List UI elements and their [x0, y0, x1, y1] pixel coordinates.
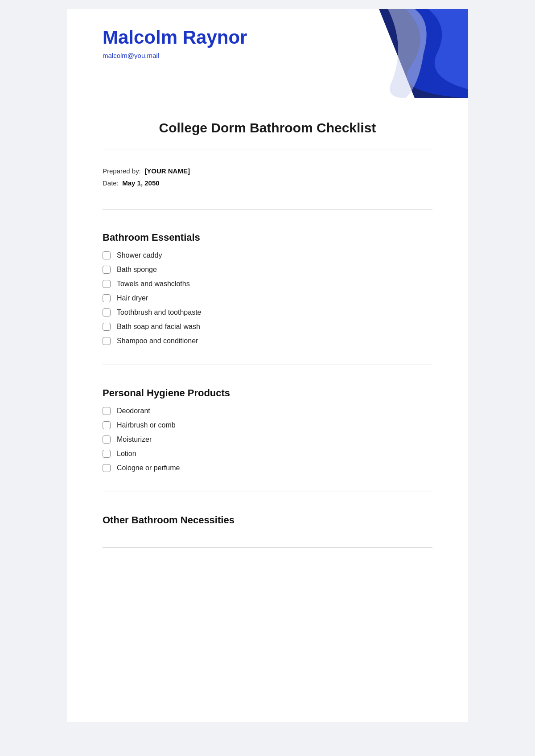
list-item: Deodorant	[103, 407, 432, 415]
checkbox-icon[interactable]	[103, 251, 111, 259]
section-personal-hygiene: Personal Hygiene ProductsDeodorantHairbr…	[103, 374, 432, 483]
list-item-label: Moisturizer	[117, 436, 152, 444]
checkbox-icon[interactable]	[103, 407, 111, 415]
list-item-label: Hairbrush or comb	[117, 421, 176, 429]
checkbox-icon[interactable]	[103, 421, 111, 429]
section-bathroom-essentials: Bathroom EssentialsShower caddyBath spon…	[103, 218, 432, 356]
checkbox-icon[interactable]	[103, 337, 111, 345]
page: Malcolm Raynor malcolm@you.mail College …	[67, 9, 468, 722]
prepared-by-line: Prepared by: [YOUR NAME]	[103, 167, 432, 175]
header-name: Malcolm Raynor	[103, 27, 432, 48]
section-title-personal-hygiene: Personal Hygiene Products	[103, 387, 432, 399]
list-item-label: Deodorant	[117, 407, 150, 415]
checkbox-icon[interactable]	[103, 450, 111, 458]
checkbox-icon[interactable]	[103, 266, 111, 274]
main-content: College Dorm Bathroom Checklist Prepared…	[67, 98, 468, 583]
checkbox-icon[interactable]	[103, 323, 111, 331]
list-item-label: Towels and washcloths	[117, 280, 190, 288]
list-item: Shampoo and conditioner	[103, 337, 432, 345]
list-item: Shower caddy	[103, 251, 432, 259]
checkbox-icon[interactable]	[103, 294, 111, 302]
section-other-necessities: Other Bathroom Necessities	[103, 501, 432, 538]
list-item: Towels and washcloths	[103, 280, 432, 288]
list-item: Toothbrush and toothpaste	[103, 308, 432, 316]
list-item: Hairbrush or comb	[103, 421, 432, 429]
checklist-bathroom-essentials: Shower caddyBath spongeTowels and washcl…	[103, 251, 432, 345]
prepared-by-label: Prepared by:	[103, 167, 141, 175]
document-title: College Dorm Bathroom Checklist	[103, 120, 432, 136]
checkbox-icon[interactable]	[103, 464, 111, 472]
list-item-label: Bath soap and facial wash	[117, 323, 200, 331]
list-item-label: Shower caddy	[117, 251, 162, 259]
list-item: Cologne or perfume	[103, 464, 432, 472]
list-item-label: Cologne or perfume	[117, 464, 180, 472]
divider-after-bathroom-essentials	[103, 365, 432, 365]
checklist-personal-hygiene: DeodorantHairbrush or combMoisturizerLot…	[103, 407, 432, 472]
header-email: malcolm@you.mail	[103, 52, 432, 59]
divider-after-personal-hygiene	[103, 492, 432, 492]
prepared-by-value: [YOUR NAME]	[144, 167, 190, 175]
list-item-label: Toothbrush and toothpaste	[117, 308, 201, 316]
divider-1	[103, 149, 432, 149]
checkbox-icon[interactable]	[103, 280, 111, 288]
list-item: Lotion	[103, 450, 432, 458]
list-item-label: Hair dryer	[117, 294, 148, 302]
list-item-label: Lotion	[117, 450, 136, 458]
list-item-label: Bath sponge	[117, 266, 157, 274]
list-item: Hair dryer	[103, 294, 432, 302]
divider-after-other-necessities	[103, 547, 432, 548]
list-item: Bath sponge	[103, 266, 432, 274]
date-line: Date: May 1, 2050	[103, 179, 432, 187]
section-title-other-necessities: Other Bathroom Necessities	[103, 514, 432, 526]
checkbox-icon[interactable]	[103, 436, 111, 444]
list-item: Bath soap and facial wash	[103, 323, 432, 331]
section-title-bathroom-essentials: Bathroom Essentials	[103, 232, 432, 243]
divider-2	[103, 209, 432, 210]
list-item: Moisturizer	[103, 436, 432, 444]
date-label: Date:	[103, 179, 119, 187]
sections-container: Bathroom EssentialsShower caddyBath spon…	[103, 218, 432, 548]
meta-section: Prepared by: [YOUR NAME] Date: May 1, 20…	[103, 158, 432, 200]
date-value: May 1, 2050	[122, 179, 159, 187]
header: Malcolm Raynor malcolm@you.mail	[67, 9, 468, 98]
list-item-label: Shampoo and conditioner	[117, 337, 198, 345]
checkbox-icon[interactable]	[103, 308, 111, 316]
